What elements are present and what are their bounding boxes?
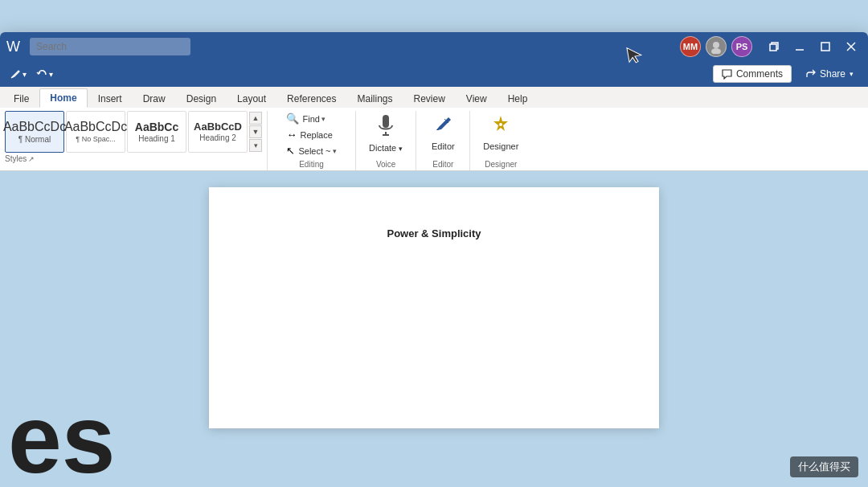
ribbon-content: AaBbCcDc ¶ Normal AaBbCcDc ¶ No Spac... … <box>0 108 868 171</box>
style-nospace[interactable]: AaBbCcDc ¶ No Spac... <box>66 111 125 153</box>
designer-group: Designer Designer <box>470 111 531 170</box>
tab-references[interactable]: References <box>276 89 346 108</box>
editor-icon <box>432 114 453 140</box>
styles-group-label: Styles ↗ <box>5 154 35 163</box>
styles-expand-icon[interactable]: ↗ <box>28 155 35 163</box>
tab-draw[interactable]: Draw <box>133 89 176 108</box>
replace-button[interactable]: ↔ Replace <box>283 127 339 142</box>
styles-scroll-down[interactable]: ▼ <box>249 125 262 138</box>
find-button[interactable]: 🔍 Find ▾ <box>283 111 339 126</box>
watermark: 什么值得买 <box>790 456 858 477</box>
avatar-photo[interactable] <box>706 36 727 57</box>
style-heading2[interactable]: AaBbCcD Heading 2 <box>188 111 248 153</box>
ribbon-area: ▾ ▾ Comments Share ▾ <box>0 61 868 171</box>
tab-design[interactable]: Design <box>176 89 227 108</box>
styles-group: AaBbCcDc ¶ Normal AaBbCcDc ¶ No Spac... … <box>0 111 268 170</box>
designer-label: Designer <box>483 141 518 151</box>
tab-review[interactable]: Review <box>403 89 456 108</box>
tab-mailings[interactable]: Mailings <box>346 89 403 108</box>
tab-layout[interactable]: Layout <box>227 89 276 108</box>
replace-icon: ↔ <box>286 129 297 141</box>
share-dropdown-arrow: ▾ <box>850 70 854 78</box>
ribbon-tabs: File Home Insert Draw Design Layout Refe… <box>0 87 868 108</box>
designer-group-content: Designer <box>475 111 526 158</box>
avatar-ps[interactable]: PS <box>731 36 752 57</box>
select-button[interactable]: ↖ Select ~ ▾ <box>283 143 339 158</box>
editor-button[interactable]: Editor <box>421 111 465 154</box>
word-window: W MM PS <box>0 32 868 487</box>
dictate-button[interactable]: Dictate ▾ <box>361 111 411 156</box>
style-heading2-preview: AaBbCcD <box>194 121 242 132</box>
voice-group: Dictate ▾ Voice <box>356 111 416 170</box>
document-large-text: es <box>0 391 115 487</box>
select-label: Select ~ ▾ <box>298 146 336 156</box>
style-nospace-preview: AaBbCcDc <box>64 121 127 133</box>
title-search-input[interactable] <box>30 38 190 55</box>
word-logo-icon: W <box>6 39 20 55</box>
tab-file[interactable]: File <box>3 89 39 108</box>
title-bar-left: W <box>6 38 680 55</box>
editor-group-content: Editor <box>421 111 465 158</box>
style-heading2-label: Heading 2 <box>199 133 236 142</box>
close-button[interactable] <box>841 36 862 57</box>
replace-label: Replace <box>300 130 332 140</box>
comments-button[interactable]: Comments <box>713 65 792 83</box>
style-normal-label: ¶ Normal <box>18 135 51 144</box>
maximize-button[interactable] <box>815 36 836 57</box>
tab-help[interactable]: Help <box>497 89 538 108</box>
editing-group-content: 🔍 Find ▾ ↔ Replace <box>283 111 339 158</box>
select-icon: ↖ <box>286 145 295 157</box>
editor-group-label: Editor <box>432 160 453 169</box>
svg-rect-4 <box>821 43 829 51</box>
editing-group: 🔍 Find ▾ ↔ Replace <box>268 111 356 170</box>
designer-icon <box>490 114 511 140</box>
title-bar-right: MM PS <box>680 36 862 57</box>
tab-view[interactable]: View <box>456 89 497 108</box>
minimize-button[interactable] <box>789 36 810 57</box>
comments-label: Comments <box>736 68 783 80</box>
styles-scroll-buttons: ▲ ▼ ▾ <box>249 112 262 152</box>
voice-group-label: Voice <box>376 160 395 169</box>
editor-group: Editor Editor <box>416 111 470 170</box>
pen-tool-button[interactable]: ▾ <box>6 67 30 81</box>
editor-label: Editor <box>432 141 455 151</box>
svg-point-11 <box>499 123 502 126</box>
svg-rect-2 <box>770 44 776 51</box>
avatar-mm[interactable]: MM <box>680 36 701 57</box>
svg-rect-7 <box>383 115 389 128</box>
undo-button[interactable]: ▾ <box>33 67 56 81</box>
document-page: Power & Simplicity <box>209 187 659 428</box>
styles-scroll-up[interactable]: ▲ <box>249 112 262 125</box>
styles-gallery: AaBbCcDc ¶ Normal AaBbCcDc ¶ No Spac... … <box>5 111 262 153</box>
style-heading1-preview: AaBbCc <box>135 121 178 133</box>
designer-group-label: Designer <box>485 160 517 169</box>
pen-dropdown-arrow: ▾ <box>23 70 27 79</box>
designer-button[interactable]: Designer <box>475 111 526 154</box>
style-nospace-label: ¶ No Spac... <box>76 135 115 143</box>
svg-point-0 <box>713 42 719 48</box>
header-action-buttons: Comments Share ▾ <box>713 65 862 83</box>
style-heading1-label: Heading 1 <box>138 134 175 143</box>
tab-insert[interactable]: Insert <box>88 89 133 108</box>
voice-group-content: Dictate ▾ <box>361 111 411 158</box>
svg-point-1 <box>711 48 721 54</box>
share-button[interactable]: Share ▾ <box>798 66 862 82</box>
style-normal[interactable]: AaBbCcDc ¶ Normal <box>5 111 64 153</box>
style-normal-preview: AaBbCcDc <box>3 121 66 133</box>
document-page-title: Power & Simplicity <box>267 227 601 239</box>
restore-button[interactable] <box>764 36 784 57</box>
dictate-icon <box>376 114 395 141</box>
share-label: Share <box>820 68 845 80</box>
tab-home[interactable]: Home <box>39 88 87 108</box>
style-heading1[interactable]: AaBbCc Heading 1 <box>127 111 186 153</box>
find-label: Find ▾ <box>302 114 325 124</box>
dictate-label: Dictate ▾ <box>369 143 403 153</box>
quick-access-toolbar: ▾ ▾ <box>6 67 56 81</box>
document-area: Power & Simplicity es <box>0 171 868 487</box>
editing-group-label: Editing <box>299 160 324 169</box>
title-bar: W MM PS <box>0 32 868 61</box>
styles-expand[interactable]: ▾ <box>249 139 262 152</box>
find-icon: 🔍 <box>286 113 299 125</box>
